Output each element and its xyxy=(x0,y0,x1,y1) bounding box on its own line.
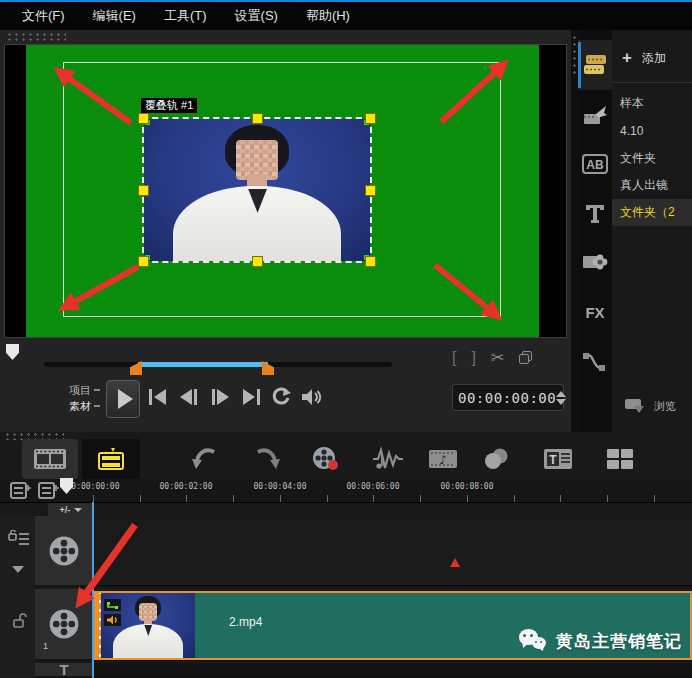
timeline-toolbar: ♪ T xyxy=(0,437,692,479)
menu-item-help[interactable]: 帮助(H) xyxy=(306,7,350,25)
library-item-410[interactable]: 4.10 xyxy=(612,118,692,145)
sound-mixer-icon[interactable] xyxy=(370,443,406,475)
watermark-text: 黄岛主营销笔记 xyxy=(556,630,682,653)
add-overlay-track-icon[interactable] xyxy=(38,482,59,499)
go-end-icon[interactable] xyxy=(239,386,263,408)
film-reel-icon xyxy=(46,533,82,569)
library-category-strip: AB FX xyxy=(578,30,612,432)
undo-icon[interactable] xyxy=(187,443,223,475)
prev-frame-icon[interactable] xyxy=(177,386,201,408)
clip-thumbnail xyxy=(101,593,195,658)
title-track-icon: T xyxy=(59,663,68,677)
painting-creator-icon[interactable] xyxy=(479,443,515,475)
subtitle-editor-icon[interactable]: T xyxy=(540,443,576,475)
ruler-label-0s: 00:00:00:00 xyxy=(67,482,120,491)
library-panel: + 添加 样本 4.10 文件夹 真人出镜 文件夹（2 浏览 xyxy=(612,30,692,432)
mode-clip[interactable]: 素材 xyxy=(69,398,91,414)
chevron-down-icon xyxy=(74,508,82,512)
storyboard-view-icon[interactable] xyxy=(22,439,78,479)
library-item-folder2-selected[interactable]: 文件夹（2 xyxy=(612,199,692,226)
library-item-folder[interactable]: 文件夹 xyxy=(612,145,692,172)
timeline-playhead-line[interactable] xyxy=(92,502,94,678)
transitions-icon[interactable] xyxy=(578,94,612,138)
filters-fx-icon[interactable]: FX xyxy=(578,290,612,334)
library-item-sample[interactable]: 样本 xyxy=(612,90,692,117)
trim-range[interactable] xyxy=(138,362,268,367)
volume-icon[interactable] xyxy=(299,386,323,408)
track-unlock-icon[interactable] xyxy=(12,612,27,629)
track-options-rail xyxy=(0,516,35,678)
media-library-icon[interactable] xyxy=(578,40,612,90)
repeat-icon[interactable] xyxy=(270,386,292,408)
svg-text:AB: AB xyxy=(586,158,604,172)
resize-handle-mr[interactable] xyxy=(365,185,376,196)
panel-drag-handle[interactable] xyxy=(6,32,66,41)
timeline-view-icon[interactable] xyxy=(82,439,140,479)
top-section: 覆叠轨 #1 [ ] ✂ xyxy=(0,30,692,432)
svg-text:T: T xyxy=(549,453,557,467)
title-ab-icon[interactable]: AB xyxy=(578,142,612,186)
auto-music-icon[interactable]: ♪ xyxy=(425,443,461,475)
playback-mode-switch: 项目 素材 xyxy=(60,382,100,414)
timeline-ruler[interactable]: 00:00:00:00 00:00:02:00 00:00:04:00 00:0… xyxy=(0,479,692,503)
scrub-position-marker[interactable] xyxy=(6,344,19,360)
enlarge-preview-icon[interactable] xyxy=(519,351,532,364)
film-reel-icon xyxy=(46,606,82,642)
mode-project[interactable]: 项目 xyxy=(69,382,91,398)
resize-handle-bc[interactable] xyxy=(252,256,263,267)
track-add-remove-button[interactable]: +/- xyxy=(48,503,94,516)
add-video-track-icon[interactable] xyxy=(10,482,31,499)
motion-keyframe-icon xyxy=(104,599,121,611)
svg-text:♪: ♪ xyxy=(439,453,447,467)
menu-item-file[interactable]: 文件(F) xyxy=(22,7,65,25)
track-manager-icon[interactable] xyxy=(602,443,638,475)
video-track-row[interactable] xyxy=(93,516,692,587)
go-start-icon[interactable] xyxy=(146,386,170,408)
record-capture-icon[interactable] xyxy=(307,443,343,475)
overlay-track-label: 覆叠轨 #1 xyxy=(141,98,197,113)
timeline-clip-2mp4[interactable]: 2.mp4 黄岛主营销笔记 xyxy=(93,591,692,660)
resize-handle-tl[interactable] xyxy=(138,113,149,124)
mark-in-icon[interactable]: [ xyxy=(452,349,456,367)
title-text-icon[interactable] xyxy=(578,192,612,236)
title-track-row[interactable] xyxy=(93,663,692,678)
presenter-video xyxy=(144,119,370,261)
motion-path-icon[interactable] xyxy=(578,340,612,384)
add-button[interactable]: + 添加 xyxy=(622,48,666,68)
collapse-tracks-icon[interactable] xyxy=(12,566,24,573)
video-track-header[interactable] xyxy=(35,516,93,587)
video-editor-window: 文件(F) 编辑(E) 工具(T) 设置(S) 帮助(H) xyxy=(0,0,692,678)
menu-bar: 文件(F) 编辑(E) 工具(T) 设置(S) 帮助(H) xyxy=(0,0,692,30)
ruler-label-6s: 00:00:06:00 xyxy=(347,482,400,491)
resize-handle-ml[interactable] xyxy=(138,185,149,196)
overlay-track-number: 1 xyxy=(43,641,48,651)
play-button[interactable] xyxy=(106,380,140,418)
ruler-label-8s: 00:00:08:00 xyxy=(441,482,494,491)
menu-item-edit[interactable]: 编辑(E) xyxy=(93,7,136,25)
overlay-track-header[interactable]: 1 xyxy=(35,589,93,661)
panel-divider[interactable] xyxy=(571,30,578,432)
timeline-section: ♪ T 00:00:00:00 00:00:02:00 00:00:04:00 … xyxy=(0,432,692,678)
graphics-icon[interactable] xyxy=(578,240,612,284)
overlay-clip-selection[interactable] xyxy=(142,117,372,263)
redo-icon[interactable] xyxy=(249,443,285,475)
resize-handle-bl[interactable] xyxy=(138,256,149,267)
resize-handle-tc[interactable] xyxy=(252,113,263,124)
mark-out-icon[interactable]: ] xyxy=(471,349,475,367)
resize-handle-tr[interactable] xyxy=(365,113,376,124)
library-item-oncamera[interactable]: 真人出镜 xyxy=(612,172,692,199)
menu-item-tools[interactable]: 工具(T) xyxy=(164,7,207,25)
play-icon xyxy=(118,389,133,409)
browse-button[interactable]: 浏览 xyxy=(624,398,676,414)
resize-handle-br[interactable] xyxy=(365,256,376,267)
next-frame-icon[interactable] xyxy=(208,386,232,408)
ruler-label-2s: 00:00:02:00 xyxy=(160,482,213,491)
split-scissors-icon[interactable]: ✂ xyxy=(491,348,504,367)
ripple-edit-icon[interactable] xyxy=(8,530,30,548)
menu-item-settings[interactable]: 设置(S) xyxy=(235,7,278,25)
plus-icon: + xyxy=(622,48,632,68)
title-track-header[interactable]: T xyxy=(35,663,93,678)
timecode-spinner[interactable] xyxy=(556,391,566,405)
timecode-display[interactable]: 00:00:00:00 xyxy=(452,384,564,411)
chapter-marker[interactable] xyxy=(450,558,460,567)
